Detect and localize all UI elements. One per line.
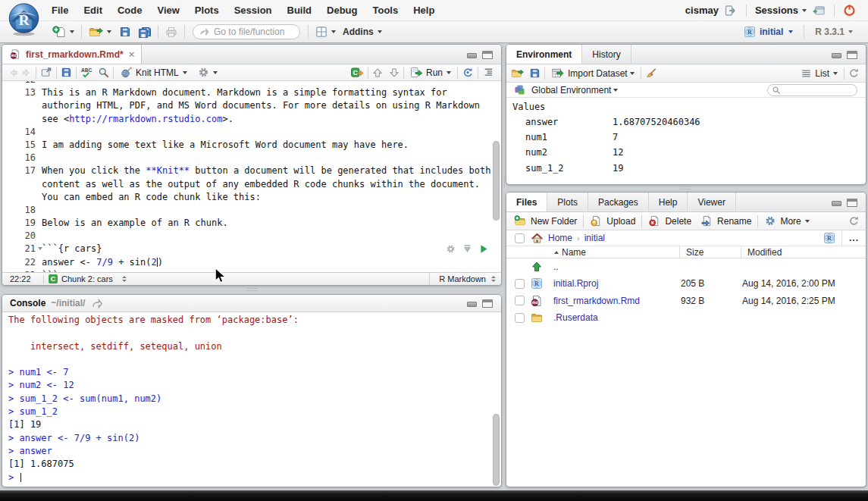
import-dataset-button[interactable]: Import Dataset (549, 67, 637, 79)
rename-button[interactable]: Rename (698, 215, 754, 227)
menu-item[interactable]: Tools (365, 5, 406, 16)
new-file-button[interactable] (50, 26, 77, 39)
fold-arrow-icon[interactable] (36, 164, 42, 177)
source-scrollbar[interactable] (493, 141, 500, 221)
forward-icon[interactable] (21, 67, 32, 78)
environment-variable-row[interactable]: answer 1.68707520460346 (506, 114, 866, 130)
fold-arrow-icon[interactable] (36, 217, 42, 230)
environment-variable-row[interactable]: num1 7 (506, 130, 866, 145)
close-tab-icon[interactable]: × (129, 49, 135, 60)
load-workspace-icon[interactable] (511, 67, 524, 79)
fold-arrow-icon[interactable] (36, 139, 42, 152)
upload-button[interactable]: Upload (588, 215, 638, 227)
minimize-pane-icon[interactable] (832, 201, 841, 206)
goto-file-search[interactable]: Go to file/function (193, 24, 300, 39)
list-view-button[interactable]: List (798, 68, 840, 79)
project-menu[interactable]: initial (739, 26, 797, 38)
minimize-pane-icon[interactable] (467, 53, 477, 58)
menu-item[interactable]: Build (280, 5, 320, 16)
minimize-pane-icon[interactable] (832, 53, 841, 58)
home-icon[interactable] (531, 233, 543, 244)
save-all-button[interactable] (133, 26, 153, 38)
run-chunks-above-icon[interactable] (462, 244, 472, 254)
spellcheck-icon[interactable] (80, 67, 93, 78)
source-tab[interactable]: first_rmarkdown.Rmd* × (2, 45, 142, 64)
tab[interactable]: Help (649, 193, 688, 211)
console-scrollbar[interactable] (493, 414, 500, 486)
new-session-icon[interactable] (812, 5, 826, 17)
splitter-grip[interactable] (680, 186, 691, 190)
console-output[interactable]: The following objects are masked from ‘p… (2, 312, 501, 487)
refresh-icon[interactable] (848, 67, 860, 79)
menu-item[interactable]: View (149, 5, 186, 16)
environment-search-input[interactable] (767, 84, 857, 96)
tab[interactable]: Environment (506, 45, 582, 64)
save-button[interactable] (117, 26, 133, 38)
menu-item[interactable]: Code (110, 5, 150, 16)
document-outline-icon[interactable] (482, 67, 494, 78)
minimize-pane-icon[interactable] (467, 302, 477, 307)
fold-arrow-icon[interactable] (36, 256, 42, 269)
popout-icon[interactable] (40, 67, 52, 78)
chunk-selector[interactable]: C Chunk 2: cars (49, 274, 127, 283)
tab[interactable]: Plots (547, 193, 588, 211)
file-type-selector[interactable]: R Markdown (429, 273, 501, 285)
more-button[interactable]: More (762, 215, 811, 227)
prev-chunk-icon[interactable] (372, 67, 383, 78)
tab[interactable]: Viewer (688, 193, 735, 211)
tab[interactable]: History (582, 45, 631, 64)
fold-arrow-icon[interactable] (36, 191, 42, 204)
run-chunk-icon[interactable] (479, 244, 488, 254)
menu-item[interactable]: Edit (76, 5, 110, 16)
tab[interactable]: Files (506, 193, 547, 211)
fold-arrow-icon[interactable] (36, 99, 42, 112)
fold-arrow-icon[interactable] (36, 178, 42, 191)
save-workspace-icon[interactable] (529, 67, 541, 79)
fold-arrow-icon[interactable] (36, 81, 42, 86)
file-checkbox[interactable] (515, 296, 525, 305)
environment-variable-row[interactable]: num2 12 (506, 145, 866, 160)
insert-chunk-icon[interactable] (350, 67, 364, 78)
maximize-pane-icon[interactable] (482, 299, 493, 308)
r-version-menu[interactable]: R 3.3.1 (810, 27, 857, 37)
save-icon[interactable] (61, 67, 72, 78)
source-editor[interactable]: 12 13 This is an R Markdown document. Ma… (2, 81, 501, 272)
sign-out-icon[interactable] (724, 5, 738, 17)
ellipsis-button[interactable]: ... (841, 230, 866, 246)
chunk-options-icon[interactable] (446, 244, 456, 254)
next-chunk-icon[interactable] (389, 67, 400, 78)
menu-item[interactable]: Plots (187, 5, 227, 16)
file-row[interactable]: first_rmarkdown.Rmd 932 B Aug 14, 2016, … (506, 293, 866, 309)
select-all-checkbox[interactable] (515, 233, 525, 243)
sessions-menu[interactable]: Sessions (755, 5, 807, 16)
fold-arrow-icon[interactable] (36, 204, 42, 217)
splitter-grip[interactable] (246, 288, 258, 292)
rerun-icon[interactable] (462, 67, 474, 78)
fold-arrow-icon[interactable] (36, 152, 42, 164)
print-button[interactable] (163, 26, 180, 38)
fold-arrow-icon[interactable] (36, 243, 42, 255)
breadcrumb-home[interactable]: Home (548, 233, 572, 243)
addins-menu[interactable]: Addins (338, 27, 387, 37)
breadcrumb-dir[interactable]: initial (584, 233, 605, 243)
scope-selector[interactable]: Global Environment (531, 85, 611, 96)
file-name[interactable]: initial.Rproj (553, 278, 675, 289)
column-name[interactable]: Name (506, 247, 679, 258)
file-name[interactable]: first_rmarkdown.Rmd (553, 296, 675, 306)
environment-variable-row[interactable]: sum_1_2 19 (506, 161, 866, 176)
fold-arrow-icon[interactable] (36, 113, 42, 126)
column-size[interactable]: Size (679, 246, 741, 258)
file-checkbox[interactable] (515, 313, 525, 323)
file-row[interactable]: initial.Rproj 205 B Aug 14, 2016, 2:00 P… (506, 275, 866, 292)
quit-session-icon[interactable] (843, 4, 856, 17)
source-options-button[interactable] (196, 67, 220, 78)
file-checkbox[interactable] (515, 279, 525, 289)
splitter-grip[interactable] (502, 177, 506, 188)
maximize-pane-icon[interactable] (847, 199, 857, 207)
menu-item[interactable]: Help (406, 5, 442, 16)
delete-button[interactable]: Delete (646, 215, 694, 227)
maximize-pane-icon[interactable] (482, 51, 493, 59)
refresh-icon[interactable] (848, 215, 860, 227)
fold-arrow-icon[interactable] (36, 126, 42, 139)
fold-arrow-icon[interactable] (36, 86, 42, 99)
